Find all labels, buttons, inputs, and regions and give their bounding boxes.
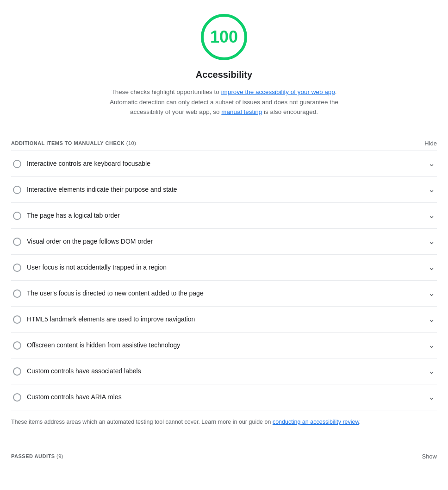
- chevron-down-icon: ⌄: [428, 313, 435, 326]
- audit-item-label: User focus is not accidentally trapped i…: [27, 263, 167, 272]
- audit-item-label: Interactive controls are keyboard focusa…: [27, 159, 150, 169]
- audit-item[interactable]: The page has a logical tab order ⌄: [11, 203, 437, 229]
- audit-item-left: Custom controls have associated labels: [11, 366, 141, 376]
- audit-item-label: HTML5 landmark elements are used to impr…: [27, 314, 195, 324]
- audit-status-icon: [13, 289, 21, 298]
- audit-item-left: Custom controls have ARIA roles: [11, 392, 122, 402]
- page-container: 100 Accessibility These checks highlight…: [2, 0, 446, 490]
- chevron-down-icon: ⌄: [428, 339, 435, 352]
- page-title: Accessibility: [196, 68, 252, 82]
- audit-status-icon: [13, 212, 21, 220]
- audit-item-label: Offscreen content is hidden from assisti…: [27, 340, 180, 350]
- audit-item[interactable]: The user's focus is directed to new cont…: [11, 281, 437, 307]
- audit-list: Interactive controls are keyboard focusa…: [11, 151, 437, 410]
- audit-item-label: The user's focus is directed to new cont…: [27, 289, 204, 298]
- description-text-before: These checks highlight opportunities to: [111, 88, 221, 95]
- not-applicable-header: NOT APPLICABLE (52) Show: [11, 487, 437, 490]
- audit-item-left: Interactive controls are keyboard focusa…: [11, 159, 150, 169]
- audit-item[interactable]: Visual order on the page follows DOM ord…: [11, 229, 437, 255]
- passed-audits-header: PASSED AUDITS (9) Show: [11, 449, 437, 464]
- audit-item[interactable]: Custom controls have ARIA roles ⌄: [11, 384, 437, 410]
- audit-item[interactable]: Interactive elements indicate their purp…: [11, 177, 437, 203]
- chevron-down-icon: ⌄: [428, 209, 435, 222]
- audit-status-icon: [13, 238, 21, 246]
- audit-item-left: The user's focus is directed to new cont…: [11, 289, 204, 298]
- chevron-down-icon: ⌄: [428, 235, 435, 248]
- passed-audits-section: PASSED AUDITS (9) Show: [11, 449, 437, 468]
- additional-items-header: ADDITIONAL ITEMS TO MANUALLY CHECK (10) …: [11, 136, 437, 151]
- audit-status-icon: [13, 186, 21, 194]
- description-text-after: is also encouraged.: [262, 108, 318, 115]
- chevron-down-icon: ⌄: [428, 261, 435, 274]
- passed-audits-divider: [11, 468, 437, 468]
- hide-button[interactable]: Hide: [424, 140, 437, 147]
- chevron-down-icon: ⌄: [428, 183, 435, 196]
- not-applicable-section: NOT APPLICABLE (52) Show: [11, 487, 437, 490]
- audit-item-label: Visual order on the page follows DOM ord…: [27, 237, 153, 246]
- audit-status-icon: [13, 341, 21, 350]
- audit-item-left: The page has a logical tab order: [11, 211, 120, 220]
- passed-audits-count: (9): [56, 453, 63, 459]
- audit-item-left: Interactive elements indicate their purp…: [11, 185, 177, 195]
- additional-items-section: ADDITIONAL ITEMS TO MANUALLY CHECK (10) …: [11, 136, 437, 430]
- improve-accessibility-link[interactable]: improve the accessibility of your web ap…: [221, 88, 335, 95]
- audit-status-icon: [13, 264, 21, 272]
- audit-item[interactable]: HTML5 landmark elements are used to impr…: [11, 307, 437, 333]
- conducting-review-link[interactable]: conducting an accessibility review: [273, 419, 359, 425]
- score-value: 100: [210, 25, 238, 50]
- audit-item-label: Interactive elements indicate their purp…: [27, 185, 177, 195]
- audit-status-icon: [13, 367, 21, 376]
- audit-status-icon: [13, 315, 21, 324]
- audit-item-left: User focus is not accidentally trapped i…: [11, 263, 167, 272]
- footer-text-before: These items address areas which an autom…: [11, 419, 273, 425]
- audit-item[interactable]: Offscreen content is hidden from assisti…: [11, 333, 437, 358]
- audit-item-label: Custom controls have ARIA roles: [27, 392, 122, 402]
- footer-text-after: .: [359, 419, 361, 425]
- manual-check-note: These items address areas which an autom…: [11, 414, 437, 430]
- passed-audits-show-button[interactable]: Show: [422, 453, 437, 460]
- additional-items-label: ADDITIONAL ITEMS TO MANUALLY CHECK (10): [11, 139, 136, 147]
- audit-item-left: HTML5 landmark elements are used to impr…: [11, 314, 195, 324]
- score-circle: 100: [201, 14, 247, 60]
- audit-item[interactable]: User focus is not accidentally trapped i…: [11, 255, 437, 281]
- audit-status-icon: [13, 393, 21, 402]
- audit-status-icon: [13, 160, 21, 168]
- score-description: These checks highlight opportunities to …: [104, 87, 344, 117]
- chevron-down-icon: ⌄: [428, 287, 435, 300]
- audit-item-left: Visual order on the page follows DOM ord…: [11, 237, 153, 246]
- audit-item[interactable]: Interactive controls are keyboard focusa…: [11, 151, 437, 177]
- audit-item-label: Custom controls have associated labels: [27, 366, 141, 376]
- audit-item-label: The page has a logical tab order: [27, 211, 120, 220]
- additional-items-count: (10): [126, 140, 137, 146]
- audit-item-left: Offscreen content is hidden from assisti…: [11, 340, 180, 350]
- chevron-down-icon: ⌄: [428, 391, 435, 403]
- manual-testing-link[interactable]: manual testing: [221, 108, 262, 115]
- passed-audits-label: PASSED AUDITS (9): [11, 452, 63, 460]
- audit-item[interactable]: Custom controls have associated labels ⌄: [11, 358, 437, 384]
- score-section: 100 Accessibility These checks highlight…: [11, 14, 437, 117]
- chevron-down-icon: ⌄: [428, 365, 435, 377]
- chevron-down-icon: ⌄: [428, 157, 435, 170]
